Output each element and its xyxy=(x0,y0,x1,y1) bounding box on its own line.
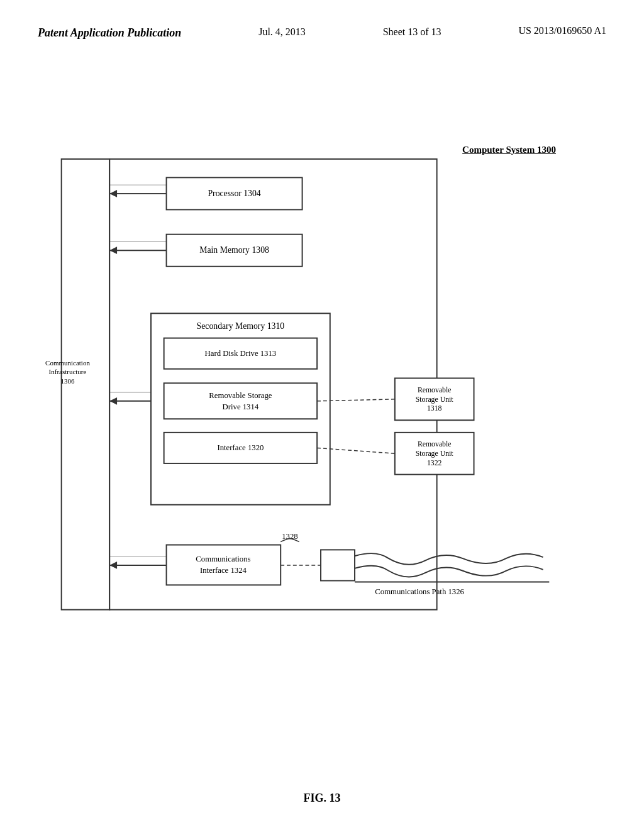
publication-label: Patent Application Publication xyxy=(38,26,181,39)
svg-text:Interface 1324: Interface 1324 xyxy=(200,566,247,575)
svg-text:Communications: Communications xyxy=(196,555,250,563)
publication-title: Patent Application Publication xyxy=(38,25,181,41)
svg-marker-37 xyxy=(109,246,117,254)
svg-text:1322: 1322 xyxy=(427,459,442,467)
date-label: Jul. 4, 2013 xyxy=(258,25,306,38)
svg-rect-30 xyxy=(321,550,355,580)
sheet-label: Sheet 13 of 13 xyxy=(383,25,441,38)
svg-text:Interface 1320: Interface 1320 xyxy=(217,443,264,452)
svg-text:Secondary Memory 1310: Secondary Memory 1310 xyxy=(197,321,285,331)
svg-text:Hard Disk Drive 1313: Hard Disk Drive 1313 xyxy=(205,349,277,358)
svg-text:Removable: Removable xyxy=(418,386,452,394)
svg-rect-15 xyxy=(395,378,474,420)
svg-text:Processor 1304: Processor 1304 xyxy=(208,189,260,198)
patent-number: US 2013/0169650 A1 xyxy=(518,25,606,36)
svg-rect-13 xyxy=(164,433,317,463)
svg-line-23 xyxy=(317,399,395,401)
svg-text:1328: 1328 xyxy=(282,532,298,541)
svg-rect-4 xyxy=(167,235,303,267)
svg-line-24 xyxy=(317,448,395,453)
svg-text:Communications Path 1326: Communications Path 1326 xyxy=(375,587,464,596)
svg-text:Storage Unit: Storage Unit xyxy=(416,450,454,458)
svg-rect-8 xyxy=(164,338,317,369)
svg-rect-25 xyxy=(167,545,281,585)
svg-text:Removable: Removable xyxy=(418,440,452,448)
page-header: Patent Application Publication Jul. 4, 2… xyxy=(0,0,644,41)
comm-infra-label: CommunicationInfrastructure1306 xyxy=(38,358,97,385)
svg-marker-43 xyxy=(109,562,117,569)
svg-rect-19 xyxy=(395,433,474,475)
svg-text:1318: 1318 xyxy=(427,404,442,412)
svg-text:Drive 1314: Drive 1314 xyxy=(223,402,259,411)
svg-marker-40 xyxy=(109,397,117,405)
svg-text:Storage Unit: Storage Unit xyxy=(416,396,454,404)
figure-label: FIG. 13 xyxy=(303,792,340,805)
diagram-area: Computer System 1300 Processor 1304 Main… xyxy=(38,88,606,767)
svg-marker-34 xyxy=(109,190,117,197)
computer-system-label: Computer System 1300 xyxy=(462,145,556,155)
diagram-svg: Processor 1304 Main Memory 1308 Secondar… xyxy=(38,88,606,767)
svg-rect-6 xyxy=(151,313,330,504)
svg-rect-2 xyxy=(167,177,303,209)
svg-rect-1 xyxy=(109,159,436,610)
svg-text:Main Memory 1308: Main Memory 1308 xyxy=(199,245,269,255)
svg-rect-10 xyxy=(164,383,317,419)
svg-text:Removable Storage: Removable Storage xyxy=(209,391,272,400)
